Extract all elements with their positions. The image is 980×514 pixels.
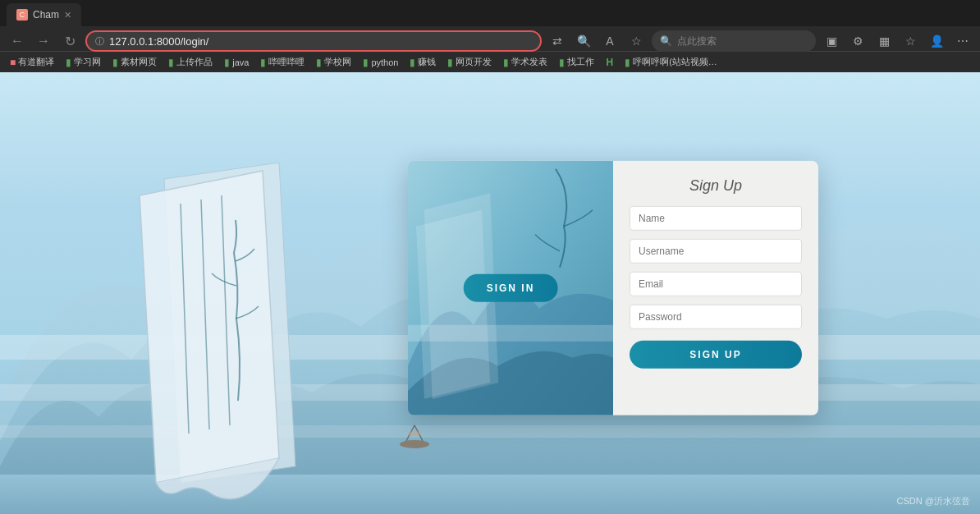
refresh-button[interactable]: ↻ — [59, 30, 80, 52]
sign-in-button[interactable]: SIGN IN — [464, 274, 558, 302]
bookmark-study-label: 学习网 — [74, 56, 101, 68]
browser-chrome: C Cham ✕ ← → ↻ ⓘ 127.0.0.1:8000/login/ ⇄… — [0, 0, 980, 51]
bookmark-job[interactable]: ▮ 找工作 — [554, 54, 599, 70]
bookmark-webdev[interactable]: ▮ 网页开发 — [442, 54, 497, 70]
bookmark-video[interactable]: ▮ 呼啊呼啊(站站视频… — [620, 54, 722, 70]
extensions-icon[interactable]: ▣ — [821, 30, 842, 52]
search-placeholder: 点此搜索 — [677, 34, 717, 48]
bookmark-earn[interactable]: ▮ 赚钱 — [405, 54, 441, 70]
svg-point-9 — [408, 431, 421, 436]
bookmark-study[interactable]: ▮ 学习网 — [61, 54, 106, 70]
collections-icon[interactable]: ☆ — [900, 30, 921, 52]
nav-icons: ▣ ⚙ ▦ ☆ 👤 ⋯ — [821, 30, 973, 52]
modal-right-panel: Sign Up SIGN UP — [613, 161, 818, 415]
bookmark-webdev-label: 网页开发 — [456, 56, 492, 68]
bookmark-h-icon: H — [606, 57, 613, 68]
bookmark-earn-icon: ▮ — [410, 57, 415, 68]
bookmark-python-label: python — [371, 57, 398, 67]
bookmarks-bar: ■ 有道翻译 ▮ 学习网 ▮ 素材网页 ▮ 上传作品 ▮ java ▮ 哔哩哔哩… — [0, 51, 980, 72]
bookmark-academic-icon: ▮ — [503, 57, 509, 68]
bookmark-academic[interactable]: ▮ 学术发表 — [498, 54, 552, 70]
sign-up-button[interactable]: SIGN UP — [630, 341, 802, 369]
address-bar[interactable]: ⓘ 127.0.0.1:8000/login/ — [85, 30, 542, 52]
bookmark-youdao-label: 有道翻译 — [18, 56, 54, 68]
nav-bar: ← → ↻ ⓘ 127.0.0.1:8000/login/ ⇄ 🔍 A ☆ 🔍 … — [0, 26, 980, 56]
bookmark-icon[interactable]: ☆ — [625, 30, 647, 52]
tab-close-icon[interactable]: ✕ — [64, 10, 71, 21]
bookmark-java[interactable]: ▮ java — [219, 55, 254, 70]
bookmark-python[interactable]: ▮ python — [358, 55, 403, 70]
menu-icon[interactable]: ⋯ — [952, 30, 973, 52]
main-content: SIGN IN Sign Up SIGN UP CSDN @沂水弦音 — [0, 72, 980, 514]
bookmark-job-label: 找工作 — [567, 56, 594, 68]
email-input[interactable] — [630, 272, 802, 296]
username-input[interactable] — [630, 239, 802, 264]
bookmark-bilibili-icon: ▮ — [260, 57, 266, 68]
bookmark-bilibili-label: 哔哩哔哩 — [268, 56, 305, 68]
name-input[interactable] — [630, 206, 802, 231]
bookmark-webdev-icon: ▮ — [447, 57, 453, 68]
bookmark-school-icon: ▮ — [316, 57, 322, 68]
reader-icon[interactable]: A — [599, 30, 621, 52]
tab-label: Cham — [33, 9, 59, 21]
split-view-icon[interactable]: ▦ — [873, 30, 895, 52]
svg-point-8 — [400, 440, 429, 448]
bookmark-job-icon: ▮ — [559, 57, 565, 68]
modal-title: Sign Up — [630, 177, 802, 195]
forward-button[interactable]: → — [33, 30, 54, 52]
bookmark-material-label: 素材网页 — [121, 56, 157, 68]
user-icon[interactable]: 👤 — [926, 30, 947, 52]
settings-icon[interactable]: ⚙ — [847, 30, 868, 52]
search-bar[interactable]: 🔍 点此搜索 — [652, 30, 816, 52]
zoom-icon[interactable]: 🔍 — [573, 30, 594, 52]
translate-icon[interactable]: ⇄ — [547, 30, 568, 52]
bookmark-youdao[interactable]: ■ 有道翻译 — [5, 54, 59, 70]
bookmark-java-icon: ▮ — [224, 57, 230, 68]
bookmark-h[interactable]: H — [601, 55, 618, 70]
password-input[interactable] — [630, 305, 802, 329]
bookmark-academic-label: 学术发表 — [511, 56, 547, 68]
svg-rect-4 — [0, 425, 980, 438]
bookmark-python-icon: ▮ — [363, 57, 369, 68]
browser-tab[interactable]: C Cham ✕ — [7, 3, 81, 26]
bookmark-earn-label: 赚钱 — [418, 56, 436, 68]
bookmark-youdao-icon: ■ — [10, 57, 16, 68]
bookmark-material[interactable]: ▮ 素材网页 — [108, 54, 162, 70]
watermark: CSDN @沂水弦音 — [897, 495, 970, 507]
svg-rect-1 — [0, 475, 980, 514]
address-text: 127.0.0.1:8000/login/ — [109, 35, 532, 48]
bookmark-folder-icon: ▮ — [66, 57, 71, 68]
security-icon: ⓘ — [95, 35, 104, 48]
bookmark-upload[interactable]: ▮ 上传作品 — [163, 54, 218, 70]
bookmark-java-label: java — [232, 57, 249, 67]
bookmark-school-label: 学校网 — [324, 56, 351, 68]
tab-bar: C Cham ✕ — [0, 0, 980, 26]
bookmark-material-icon: ▮ — [112, 57, 118, 68]
bookmark-video-label: 呼啊呼啊(站站视频… — [633, 56, 717, 68]
back-button[interactable]: ← — [7, 30, 28, 52]
bookmark-video-icon: ▮ — [625, 57, 630, 68]
bookmark-bilibili[interactable]: ▮ 哔哩哔哩 — [255, 54, 309, 70]
bookmark-upload-icon: ▮ — [168, 57, 174, 68]
bookmark-school[interactable]: ▮ 学校网 — [311, 54, 356, 70]
modal-left-panel: SIGN IN — [408, 161, 613, 415]
login-modal: SIGN IN Sign Up SIGN UP — [408, 161, 818, 415]
bookmark-upload-label: 上传作品 — [176, 56, 213, 68]
search-icon: 🔍 — [660, 35, 672, 47]
tab-favicon: C — [16, 9, 28, 21]
